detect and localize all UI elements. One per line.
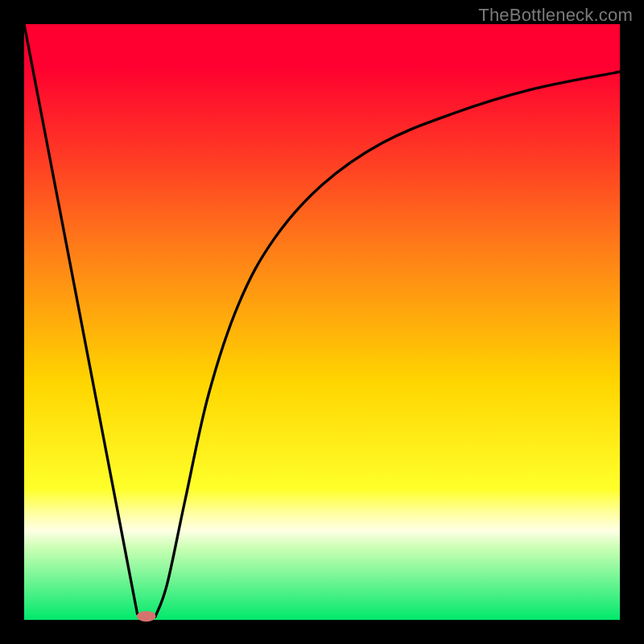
chart-line-left bbox=[24, 24, 155, 617]
chart-svg bbox=[24, 24, 620, 620]
chart-line-right bbox=[155, 72, 620, 617]
plot-area bbox=[24, 24, 620, 620]
watermark-text: TheBottleneck.com bbox=[478, 5, 633, 26]
minimum-marker bbox=[137, 611, 156, 621]
chart-frame: TheBottleneck.com bbox=[0, 0, 644, 644]
